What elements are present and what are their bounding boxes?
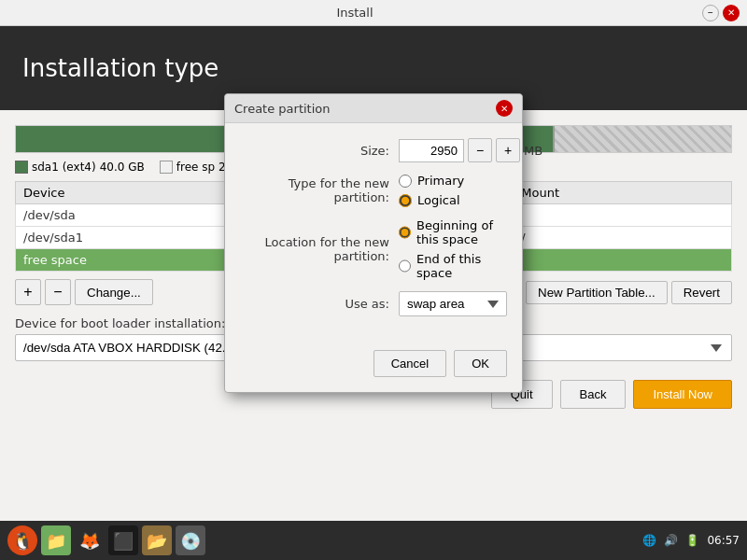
title-bar: Install − ✕ xyxy=(0,0,747,26)
use-as-control: swap area xyxy=(399,291,507,316)
size-input[interactable] xyxy=(399,139,464,162)
minimize-button[interactable]: − xyxy=(702,5,719,21)
legend-ext4-size: 40.0 GB xyxy=(100,161,145,174)
size-label: Size: xyxy=(240,144,399,158)
modal-close-button[interactable]: ✕ xyxy=(496,100,513,117)
size-row: Size: − + MB xyxy=(240,138,507,162)
size-unit: MB xyxy=(524,144,543,158)
location-end-label: End of this space xyxy=(416,252,507,280)
use-as-label: Use as: xyxy=(240,297,399,311)
ok-button[interactable]: OK xyxy=(454,350,507,377)
legend-ext4-label: sda1 (ext4) xyxy=(32,161,96,174)
table-left-buttons: + − Change... xyxy=(15,279,153,305)
legend-ext4: sda1 (ext4) 40.0 GB xyxy=(15,161,145,174)
back-button[interactable]: Back xyxy=(560,380,627,409)
taskbar-icon-files[interactable]: 📁 xyxy=(41,525,71,555)
cell-mount xyxy=(514,204,732,227)
page-title: Installation type xyxy=(22,54,218,82)
clock: 06:57 xyxy=(707,534,740,547)
use-as-select[interactable]: swap area xyxy=(399,291,507,316)
legend-box-ext4 xyxy=(15,161,28,174)
change-partition-button[interactable]: Change... xyxy=(75,279,153,305)
location-end-option[interactable]: End of this space xyxy=(399,252,507,280)
type-logical-radio[interactable] xyxy=(399,194,412,207)
taskbar-icon-firefox[interactable]: 🦊 xyxy=(75,525,105,555)
network-icon: 🌐 xyxy=(642,534,656,547)
size-decrement-button[interactable]: − xyxy=(468,138,492,162)
modal-title: Create partition xyxy=(234,102,331,116)
cell-mount-free xyxy=(514,249,732,272)
location-label: Location for the new partition: xyxy=(240,235,399,263)
remove-partition-button[interactable]: − xyxy=(45,279,71,305)
create-partition-modal: Create partition ✕ Size: − + MB Type for… xyxy=(224,93,523,393)
add-partition-button[interactable]: + xyxy=(15,279,41,305)
taskbar: 🐧 📁 🦊 ⬛ 📂 💿 🌐 🔊 🔋 06:57 xyxy=(0,521,747,560)
type-primary-radio[interactable] xyxy=(399,175,412,188)
legend-free-label: free sp xyxy=(176,161,215,174)
volume-icon: 🔊 xyxy=(664,534,678,547)
taskbar-icon-folder[interactable]: 📂 xyxy=(142,525,172,555)
location-end-radio[interactable] xyxy=(399,259,411,273)
location-group: Beginning of this space End of this spac… xyxy=(399,218,507,280)
modal-body: Size: − + MB Type for the new partition:… xyxy=(225,123,522,343)
cancel-button[interactable]: Cancel xyxy=(374,350,446,377)
type-label: Type for the new partition: xyxy=(240,176,399,204)
taskbar-icon-cd[interactable]: 💿 xyxy=(176,525,205,555)
revert-button[interactable]: Revert xyxy=(671,281,732,304)
location-row: Location for the new partition: Beginnin… xyxy=(240,218,507,280)
battery-icon: 🔋 xyxy=(685,534,699,547)
location-beginning-label: Beginning of this space xyxy=(416,218,507,246)
cell-mount: / xyxy=(514,227,732,249)
table-right-buttons: New Partition Table... Revert xyxy=(526,281,732,304)
modal-titlebar: Create partition ✕ xyxy=(225,94,522,123)
type-primary-label: Primary xyxy=(417,174,464,188)
window-title: Install xyxy=(7,6,702,20)
use-as-row: Use as: swap area xyxy=(240,291,507,316)
install-now-button[interactable]: Install Now xyxy=(633,380,732,409)
taskbar-right: 🌐 🔊 🔋 06:57 xyxy=(642,534,740,547)
new-partition-table-button[interactable]: New Partition Table... xyxy=(526,281,668,304)
location-beginning-radio[interactable] xyxy=(399,226,411,239)
partition-type-group: Primary Logical xyxy=(399,174,507,207)
type-primary-option[interactable]: Primary xyxy=(399,174,507,188)
location-beginning-option[interactable]: Beginning of this space xyxy=(399,218,507,246)
size-increment-button[interactable]: + xyxy=(496,138,520,162)
legend-box-free xyxy=(160,161,173,174)
taskbar-icon-ubuntu[interactable]: 🐧 xyxy=(7,525,37,555)
taskbar-icon-terminal[interactable]: ⬛ xyxy=(108,525,138,555)
col-mount: Mount xyxy=(514,182,732,204)
type-logical-label: Logical xyxy=(417,193,460,207)
modal-buttons: Cancel OK xyxy=(225,343,522,392)
close-button[interactable]: ✕ xyxy=(723,5,740,21)
disk-segment-free xyxy=(553,126,732,152)
size-control: − + MB xyxy=(399,138,543,162)
type-logical-option[interactable]: Logical xyxy=(399,193,507,207)
title-bar-controls: − ✕ xyxy=(702,5,740,21)
type-row: Type for the new partition: Primary Logi… xyxy=(240,174,507,207)
